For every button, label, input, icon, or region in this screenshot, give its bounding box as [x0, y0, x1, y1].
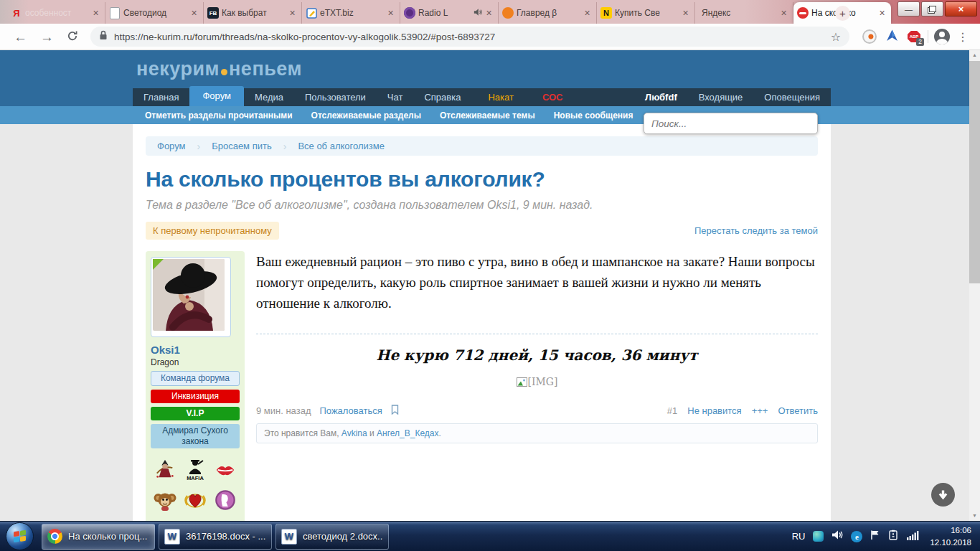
subnav-new-posts[interactable]: Новые сообщения: [554, 110, 633, 121]
tray-app-icon[interactable]: [813, 531, 824, 542]
browser-tab-radio[interactable]: Radio L ×: [400, 2, 499, 24]
reload-icon[interactable]: [67, 30, 78, 44]
tab-close-icon[interactable]: ×: [680, 7, 691, 19]
breadcrumb-vse-ob-alkogolizme[interactable]: Все об алкоголизме: [298, 141, 385, 151]
language-indicator[interactable]: RU: [792, 531, 806, 542]
tab-close-icon[interactable]: ×: [90, 7, 101, 19]
plus-link[interactable]: +++: [752, 405, 768, 416]
bookmark-star-icon[interactable]: ☆: [831, 30, 841, 44]
action-center-flag-icon[interactable]: [870, 529, 880, 543]
etxt-favicon: [306, 7, 317, 19]
search-box[interactable]: [644, 113, 818, 134]
bookmark-icon[interactable]: [391, 405, 399, 417]
taskbar-button-word-2[interactable]: W светодиод 2.docx...: [275, 524, 389, 550]
scrollbar-up-arrow[interactable]: ▲: [969, 50, 980, 60]
n-favicon: N: [600, 7, 612, 19]
nav-item-spravka[interactable]: Справка: [413, 88, 471, 106]
extension-dial-icon[interactable]: [862, 29, 877, 44]
word-icon: W: [164, 529, 180, 545]
reply-link[interactable]: Ответить: [778, 405, 818, 416]
tab-close-icon[interactable]: ×: [385, 7, 396, 19]
subnav-watched-forums[interactable]: Отслеживаемые разделы: [311, 110, 421, 121]
breadcrumb-forum[interactable]: Форум: [157, 141, 186, 151]
breadcrumb-separator: ›: [283, 141, 287, 152]
taskbar-button-word-1[interactable]: W 36176198.docx - ...: [159, 524, 272, 550]
signature-separator: [256, 334, 818, 334]
safely-remove-icon[interactable]: [887, 529, 899, 544]
scrollbar[interactable]: ▲ ▼: [969, 50, 980, 521]
tray-e-icon[interactable]: e: [851, 531, 862, 542]
url-field[interactable]: https://ne-kurim.ru/forum/threads/na-sko…: [90, 27, 849, 47]
browser-tab-yandex[interactable]: Яндекс ×: [695, 2, 793, 24]
page-viewport: некуримнепьем Главная Форум Медиа Пользо…: [0, 50, 980, 521]
down-arrow-icon: [938, 489, 948, 500]
nav-item-inbox[interactable]: Входящие: [688, 88, 754, 106]
scrollbar-down-arrow[interactable]: ▼: [969, 511, 980, 521]
breadcrumb-brosaem-pit[interactable]: Бросаем пить: [212, 141, 272, 151]
nav-item-username[interactable]: Любfdf: [634, 88, 688, 106]
nav-item-chat[interactable]: Чат: [377, 88, 414, 106]
tab-close-icon[interactable]: ×: [189, 7, 199, 19]
nav-item-alerts[interactable]: Оповещения: [753, 88, 831, 106]
signature-text: Не курю 712 дней, 15 часов, 36 минут: [256, 347, 818, 364]
network-signal-icon[interactable]: [907, 530, 919, 543]
tab-close-icon[interactable]: ×: [582, 7, 593, 19]
nav-item-media[interactable]: Медиа: [244, 88, 294, 106]
window-controls: — ×: [897, 1, 977, 17]
nav-item-glavnaya[interactable]: Главная: [133, 88, 189, 106]
radio-favicon: [404, 7, 415, 19]
site-logo[interactable]: некуримнепьем: [136, 58, 302, 80]
extension-blue-icon[interactable]: [886, 29, 898, 44]
toolbar-divider: [928, 30, 928, 43]
browser-tab-yandex-article[interactable]: Я особенност ×: [7, 2, 105, 24]
dislike-link[interactable]: Не нравится: [687, 405, 741, 416]
author-username[interactable]: Oksi1: [151, 344, 240, 356]
browser-menu-icon[interactable]: ⋮: [957, 30, 969, 44]
browser-tab-fb[interactable]: FB Как выбрат ×: [204, 2, 302, 24]
first-unread-button[interactable]: К первому непрочитанному: [146, 222, 279, 240]
restore-button[interactable]: [921, 1, 943, 17]
browser-tab-kupit[interactable]: N Купить Све ×: [597, 2, 695, 24]
browser-tab-glavred[interactable]: Главред β ×: [499, 2, 597, 24]
tray-date: 12.10.2018: [930, 537, 971, 548]
back-icon[interactable]: ←: [14, 30, 27, 44]
subnav-mark-read[interactable]: Отметить разделы прочитанными: [145, 110, 293, 121]
minimize-button[interactable]: —: [897, 1, 920, 17]
nav-item-polzovateli[interactable]: Пользователи: [294, 88, 377, 106]
site-header: некуримнепьем Главная Форум Медиа Пользо…: [0, 50, 980, 124]
forward-icon[interactable]: →: [40, 30, 54, 44]
system-tray: RU e 16:06 12.10.2018: [792, 524, 980, 547]
scrollbar-thumb[interactable]: [969, 61, 980, 283]
tray-clock[interactable]: 16:06 12.10.2018: [930, 524, 971, 547]
post-number[interactable]: #1: [667, 405, 677, 416]
report-link[interactable]: Пожаловаться: [319, 405, 382, 416]
avatar[interactable]: [151, 257, 231, 337]
new-tab-button[interactable]: +: [835, 6, 850, 21]
close-button[interactable]: ×: [945, 1, 977, 17]
subnav-watched-threads[interactable]: Отслеживаемые темы: [440, 110, 535, 121]
taskbar: На сколько проц... W 36176198.docx - ...…: [0, 521, 980, 551]
volume-icon[interactable]: [831, 529, 843, 543]
broken-image-placeholder: [IMG]: [256, 376, 818, 387]
start-button[interactable]: [6, 522, 34, 550]
tab-close-icon[interactable]: ×: [484, 7, 494, 19]
scroll-to-bottom-button[interactable]: [931, 483, 955, 507]
tab-close-icon[interactable]: ×: [877, 7, 887, 19]
taskbar-button-chrome[interactable]: На сколько проц...: [42, 524, 155, 550]
tray-time: 16:06: [930, 524, 971, 536]
browser-tab-svetodiod[interactable]: Светодиод ×: [105, 2, 204, 24]
browser-tab-etxt[interactable]: eTXT.biz ×: [302, 2, 400, 24]
search-input[interactable]: [644, 113, 817, 133]
liker-link[interactable]: Avkina: [341, 428, 367, 438]
tab-title: Светодиод: [123, 8, 186, 18]
nav-item-sos[interactable]: СОС: [532, 88, 574, 106]
liker-link[interactable]: Ангел_В_Кедах: [377, 428, 438, 438]
nav-item-forum-active[interactable]: Форум: [189, 86, 244, 106]
unwatch-thread-link[interactable]: Перестать следить за темой: [694, 225, 818, 236]
tab-close-icon[interactable]: ×: [778, 7, 789, 19]
nav-item-nakat[interactable]: Накат: [477, 88, 524, 106]
tab-title: Купить Све: [615, 8, 677, 18]
profile-avatar-icon[interactable]: [934, 29, 950, 44]
adblock-icon[interactable]: ABP 2: [908, 31, 920, 42]
tab-close-icon[interactable]: ×: [287, 7, 298, 19]
